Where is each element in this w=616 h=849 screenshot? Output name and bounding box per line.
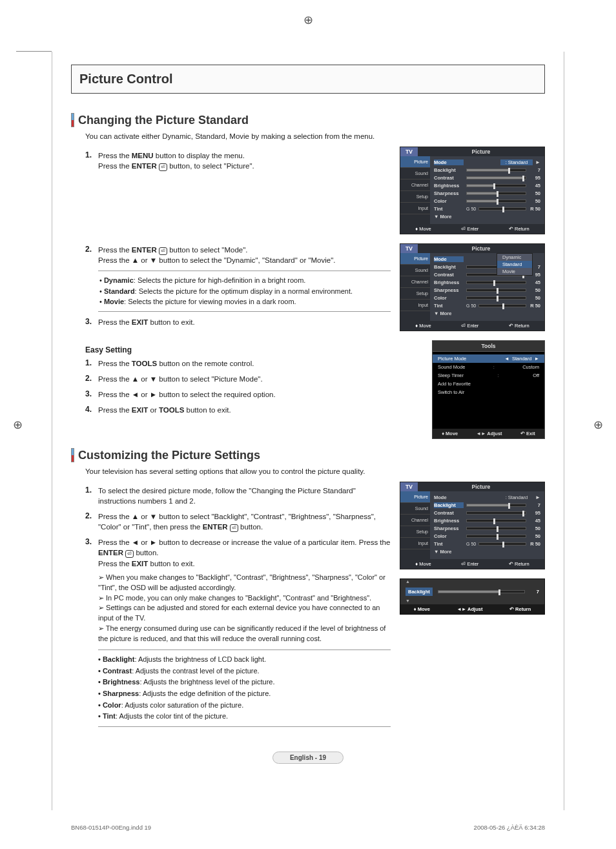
cust-step-3: 3. Press the ◄ or ► button to decrease o… bbox=[85, 537, 391, 644]
step-number: 3. bbox=[85, 317, 98, 327]
enter-icon: ⏎ bbox=[159, 247, 167, 255]
osd-row-backlight: Backlight7 bbox=[434, 166, 540, 174]
cust-step-1: 1.To select the desired picture mode, fo… bbox=[85, 486, 391, 506]
osd-footer: ♦ Move ⏎ Enter ↶ Return bbox=[400, 224, 544, 234]
osd-row-color: Color50 bbox=[434, 197, 540, 205]
step-number: 1. bbox=[85, 150, 98, 171]
registration-mark-icon: ⊕ bbox=[13, 418, 23, 432]
osd-foot-return: ↶ Return bbox=[509, 226, 529, 232]
osd-row-mode: Mode: Standard► bbox=[434, 158, 540, 166]
tools-row-add-favorite: Add to Favorite bbox=[438, 380, 539, 388]
osd-tools-menu: Tools Picture Mode◄ Standard ► Sound Mod… bbox=[432, 340, 545, 439]
dropdown-item-dynamic: Dynamic bbox=[497, 254, 532, 261]
registration-mark-icon: ⊕ bbox=[593, 418, 603, 432]
osd-row-backlight-selected: Backlight7 bbox=[434, 501, 540, 509]
section-header: Picture Control bbox=[71, 65, 545, 94]
dropdown-item-movie: Movie bbox=[497, 268, 532, 275]
step-body: Press the MENU button to display the men… bbox=[98, 150, 391, 171]
intro-text: Your television has several setting opti… bbox=[85, 467, 545, 475]
mode-notes: • Dynamic: Selects the picture for high-… bbox=[98, 271, 391, 312]
footer-timestamp: 2008-05-26 ¿ÀÈÄ 6:34:28 bbox=[474, 824, 545, 831]
page-rule bbox=[564, 52, 564, 810]
osd-row-brightness: Brightness45 bbox=[434, 181, 540, 189]
osd-tv-label: TV bbox=[400, 147, 418, 156]
subheading-customizing: Customizing the Picture Settings bbox=[71, 448, 545, 462]
dropdown-item-standard: Standard bbox=[497, 261, 532, 268]
osd-picture-menu-2: TV Picture Picture Sound Channel Setup I… bbox=[400, 243, 545, 331]
easy-step-3: 3.Press the ◄ or ► button to select the … bbox=[85, 389, 391, 400]
cust-step-2: 2.Press the ▲ or ▼ button to select "Bac… bbox=[85, 511, 391, 532]
tools-row-sleep-timer: Sleep Timer:Off bbox=[438, 371, 539, 380]
arrow-note: When you make changes to "Backlight", "C… bbox=[98, 573, 391, 593]
tools-row-picture-mode: Picture Mode◄ Standard ► bbox=[433, 354, 544, 363]
print-footer: BN68-01514P-00Eng.indd 19 2008-05-26 ¿ÀÈ… bbox=[71, 824, 545, 831]
page-number: English - 19 bbox=[272, 752, 344, 764]
easy-step-1: 1.Press the TOOLS button on the remote c… bbox=[85, 358, 391, 369]
step-body: Press the ENTER ⏎ button to select "Mode… bbox=[98, 245, 391, 265]
tools-row-switch-air: Switch to Air bbox=[438, 388, 539, 396]
page-rule bbox=[52, 52, 52, 810]
osd-picture-menu-1: TV Picture Picture Sound Channel Setup I… bbox=[400, 147, 545, 234]
enter-icon: ⏎ bbox=[125, 550, 134, 558]
bl-value: 7 bbox=[530, 589, 539, 595]
arrow-note: Settings can be adjusted and stored for … bbox=[98, 603, 391, 624]
easy-step-4: 4.Press the EXIT or TOOLS button to exit… bbox=[85, 405, 391, 415]
osd-backlight-strip: ▲ Backlight 7 ▼ ♦ Move ◄► Adjust ↶ Retur… bbox=[400, 578, 545, 615]
osd-title: Picture bbox=[418, 147, 544, 156]
arrow-note: In PC mode, you can only make changes to… bbox=[98, 593, 391, 604]
osd-side-channel: Channel bbox=[400, 179, 430, 191]
step-3: 3. Press the EXIT button to exit. bbox=[85, 317, 391, 327]
enter-icon: ⏎ bbox=[230, 524, 238, 532]
step-number: 2. bbox=[85, 245, 98, 265]
footer-filename: BN68-01514P-00Eng.indd 19 bbox=[71, 824, 151, 831]
easy-step-2: 2.Press the ▲ or ▼ button to select "Pic… bbox=[85, 374, 391, 384]
osd-row-sharpness: Sharpness50 bbox=[434, 189, 540, 197]
definitions-list: Backlight: Adjusts the brightness of LCD… bbox=[98, 650, 391, 727]
step-1: 1. Press the MENU button to display the … bbox=[85, 150, 391, 171]
tools-row-sound-mode: Sound Mode:Custom bbox=[438, 363, 539, 371]
osd-side-setup: Setup bbox=[400, 191, 430, 203]
step-body: Press the EXIT button to exit. bbox=[98, 317, 391, 327]
step-2: 2. Press the ENTER ⏎ button to select "M… bbox=[85, 245, 391, 265]
tools-title: Tools bbox=[433, 341, 544, 352]
accent-bar-icon bbox=[71, 448, 74, 462]
crop-mark bbox=[16, 29, 52, 52]
osd-foot-move: ♦ Move bbox=[415, 226, 431, 232]
arrow-note: The energy consumed during use can be si… bbox=[98, 624, 391, 644]
osd-mode-dropdown: Dynamic Standard Movie bbox=[497, 253, 533, 276]
osd-row-contrast: Contrast95 bbox=[434, 174, 540, 181]
accent-bar-icon bbox=[71, 113, 74, 127]
intro-text: You can activate either Dynamic, Standar… bbox=[85, 132, 545, 140]
registration-mark-icon: ⊕ bbox=[303, 13, 313, 27]
osd-side-picture: Picture bbox=[400, 156, 430, 168]
osd-sidebar: Picture Sound Channel Setup Input bbox=[400, 156, 430, 224]
enter-icon: ⏎ bbox=[159, 163, 167, 171]
subheading-text: Customizing the Picture Settings bbox=[78, 449, 260, 462]
osd-foot-enter: ⏎ Enter bbox=[461, 226, 478, 232]
osd-row-tint: TintG 50R 50 bbox=[434, 205, 540, 212]
subheading-text: Changing the Picture Standard bbox=[78, 114, 249, 127]
osd-side-sound: Sound bbox=[400, 168, 430, 179]
osd-picture-menu-3: TV Picture Picture Sound Channel Setup I… bbox=[400, 482, 545, 569]
osd-side-input: Input bbox=[400, 203, 430, 214]
subheading-changing: Changing the Picture Standard bbox=[71, 113, 545, 127]
bl-label: Backlight bbox=[406, 588, 433, 596]
easy-setting-title: Easy Setting bbox=[85, 345, 391, 354]
osd-more: ▼ More bbox=[434, 212, 540, 222]
